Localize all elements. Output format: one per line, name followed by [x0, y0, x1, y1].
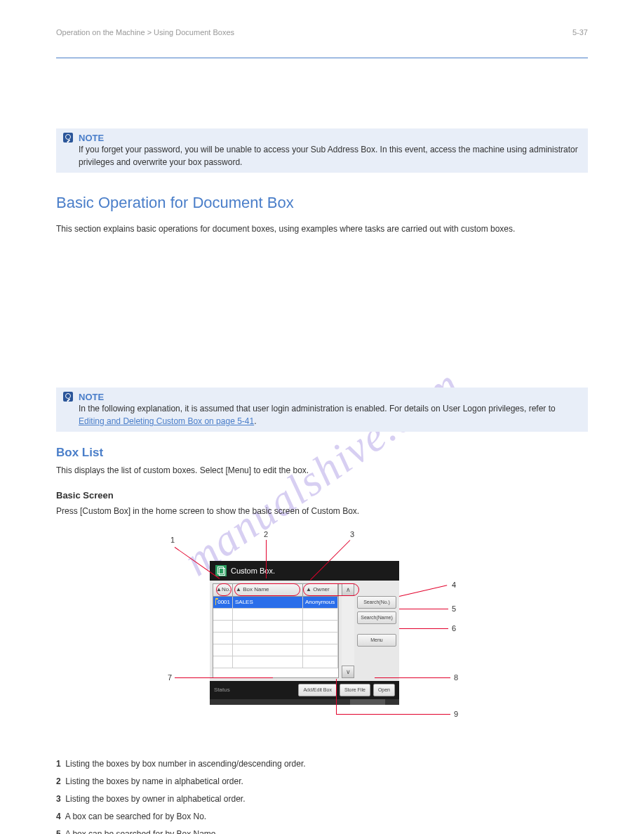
table-area: ▲No. ▲ Box Name ▲ Owner 0001 SALES Anony…: [213, 583, 339, 678]
cell-name: SALES: [233, 597, 303, 608]
legend-num: 4: [56, 812, 61, 821]
folder-icon: [215, 600, 216, 605]
table-row[interactable]: [213, 621, 338, 633]
table-row[interactable]: [213, 609, 338, 621]
legend-text: A box can be searched for by Box Name.: [65, 829, 218, 834]
boxlist-desc: This displays the list of custom boxes. …: [56, 464, 588, 477]
legend-2: 2 Listing the boxes by name in alphabeti…: [56, 775, 588, 788]
custom-box-icon: [215, 565, 227, 576]
legend-5: 5 A box can be searched for by Box Name.: [56, 828, 588, 834]
legend-num: 5: [56, 829, 61, 834]
note-text-after: .: [254, 416, 256, 426]
callout-6: 6: [452, 624, 456, 633]
search-no-button[interactable]: Search(No.): [357, 596, 396, 609]
device-panel: Custom Box. ▲No. ▲ Box Name ▲ Owner 0001: [210, 561, 399, 687]
side-buttons: Search(No.) Search(Name) Menu: [357, 583, 396, 678]
callout-4: 4: [452, 581, 456, 589]
open-button[interactable]: Open: [373, 684, 395, 696]
callout-7: 7: [168, 673, 172, 682]
note-link[interactable]: Editing and Deleting Custom Box on page …: [79, 416, 254, 426]
table-header: ▲No. ▲ Box Name ▲ Owner: [213, 584, 338, 597]
leader-7: [175, 677, 273, 678]
cell-no: 0001: [213, 597, 233, 608]
note-text-before: In the following explanation, it is assu…: [79, 404, 556, 413]
callout-1: 1: [170, 536, 175, 544]
basic-label: Basic Screen: [56, 490, 588, 501]
table-row[interactable]: [213, 656, 338, 668]
screenshot-area: 1 2 3 4 5 6 7 8 9 Custom Box. ▲No. ▲ Box: [175, 561, 469, 729]
leader-8: [375, 677, 450, 678]
search-name-button[interactable]: Search(Name): [357, 611, 396, 624]
basic-desc: Press [Custom Box] in the home screen to…: [56, 505, 588, 518]
callout-oval-owner: [303, 583, 359, 596]
add-edit-button[interactable]: Add/Edit Box: [298, 684, 336, 696]
leader-4: [399, 585, 447, 597]
leader-2: [266, 540, 267, 578]
scrollbar: ∧ ∨: [342, 583, 354, 678]
scroll-down-button[interactable]: ∨: [342, 666, 354, 678]
leader-5: [399, 609, 448, 609]
menu-button[interactable]: Menu: [357, 634, 396, 647]
panel-title: Custom Box.: [231, 567, 275, 575]
callout-3: 3: [350, 530, 354, 538]
cell-owner: Anonymous: [303, 597, 338, 608]
note-text: If you forget your password, you will be…: [79, 143, 581, 168]
table-row[interactable]: [213, 633, 338, 644]
legend-num: 2: [56, 776, 61, 786]
note-box-2: NOTE In the following explanation, it is…: [56, 388, 588, 432]
callout-oval-name: [234, 583, 300, 596]
table-rows: 0001 SALES Anonymous: [213, 597, 338, 668]
store-file-button[interactable]: Store File: [340, 684, 370, 696]
table-row[interactable]: [213, 644, 338, 656]
panel-tab: [350, 699, 385, 705]
panel-body: ▲No. ▲ Box Name ▲ Owner 0001 SALES Anony…: [210, 581, 399, 681]
note-box-1: NOTE If you forget your password, you wi…: [56, 128, 588, 173]
table-row[interactable]: 0001 SALES Anonymous: [213, 597, 338, 609]
boxlist-title: Box List: [56, 446, 588, 460]
note-text: In the following explanation, it is assu…: [79, 402, 581, 428]
note-label: NOTE: [79, 133, 581, 143]
panel-header: Custom Box.: [210, 561, 399, 581]
leader-9h: [336, 714, 450, 715]
note-icon: [63, 133, 73, 143]
section-intro: This section explains basic operations f…: [56, 223, 588, 236]
callout-9: 9: [454, 710, 458, 718]
header-divider: [56, 58, 588, 58]
callout-oval-no: [216, 583, 232, 596]
legend-3: 3 Listing the boxes by owner in alphabet…: [56, 793, 588, 806]
leader-6: [399, 628, 448, 629]
note-label: NOTE: [79, 392, 581, 402]
callout-8: 8: [454, 673, 458, 682]
section-title: Basic Operation for Document Box: [56, 194, 588, 212]
legend-text: A box can be searched for by Box No.: [65, 812, 206, 821]
legend-text: Listing the boxes by box number in ascen…: [65, 759, 305, 769]
legend-text: Listing the boxes by name in alphabetica…: [65, 776, 243, 786]
legend-1: 1 Listing the boxes by box number in asc…: [56, 757, 588, 771]
footer-status: Status: [214, 687, 295, 693]
breadcrumb: Operation on the Machine > Using Documen…: [56, 28, 588, 37]
callout-5: 5: [452, 604, 456, 613]
breadcrumb-text: Operation on the Machine > Using Documen…: [56, 28, 234, 37]
row-no-text: 0001: [217, 599, 230, 605]
leader-9v: [336, 679, 337, 714]
panel-footer: Status Add/Edit Box Store File Open: [210, 681, 399, 699]
scroll-track[interactable]: [342, 596, 354, 666]
panel-bottom: [210, 699, 399, 705]
callout-2: 2: [264, 530, 268, 538]
page-number: 5-37: [572, 28, 588, 37]
legend-num: 3: [56, 794, 61, 804]
note-icon: [63, 392, 73, 402]
legend-num: 1: [56, 759, 61, 769]
legend-text: Listing the boxes by owner in alphabetic…: [65, 794, 245, 804]
legend-4: 4 A box can be searched for by Box No.: [56, 810, 588, 823]
